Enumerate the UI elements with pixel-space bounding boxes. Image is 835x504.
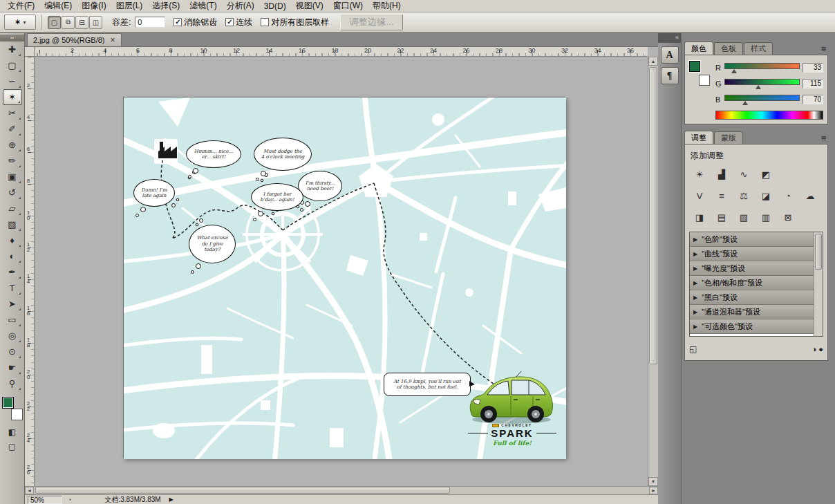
horizontal-scroll-thumb[interactable]: [35, 487, 450, 494]
black-white-button[interactable]: ◪: [757, 189, 775, 203]
close-icon[interactable]: ×: [111, 37, 115, 44]
exposure-button[interactable]: ◩: [757, 167, 775, 182]
adjustments-panel-tab-0[interactable]: 调整: [684, 131, 713, 144]
tolerance-input[interactable]: 0: [135, 17, 165, 28]
zoom-tool[interactable]: ⚲: [3, 375, 22, 391]
adjustments-panel-tab-1[interactable]: 蒙版: [714, 131, 743, 144]
channel-slider-r[interactable]: [724, 62, 800, 73]
pen-tool[interactable]: ✒: [3, 264, 22, 280]
expand-arrow-icon[interactable]: ▶: [693, 236, 697, 243]
menu-item[interactable]: 帮助(H): [368, 0, 406, 12]
expand-arrow-icon[interactable]: ▶: [693, 265, 697, 272]
channel-value-field[interactable]: 33: [803, 63, 823, 73]
character-panel-button[interactable]: A: [661, 46, 679, 64]
color-panel-tab-0[interactable]: 颜色: [684, 41, 713, 55]
paragraph-panel-button[interactable]: ¶: [661, 67, 679, 84]
hand-tool[interactable]: ☛: [3, 360, 22, 375]
lasso-tool[interactable]: ∽: [3, 73, 22, 89]
slider-thumb[interactable]: [742, 101, 748, 105]
background-color-swatch[interactable]: [699, 75, 710, 86]
history-brush-tool[interactable]: ↺: [3, 185, 22, 200]
slider-thumb[interactable]: [756, 85, 761, 89]
dodge-tool[interactable]: ◐: [3, 248, 22, 264]
new-selection-button[interactable]: ▢: [48, 16, 61, 29]
channel-slider-g[interactable]: [724, 78, 800, 89]
preset-item[interactable]: ▶"曝光度"预设: [690, 261, 814, 276]
invert-button[interactable]: ◨: [691, 210, 709, 225]
preset-item[interactable]: ▶"色阶"预设: [690, 232, 814, 247]
channel-value-field[interactable]: 70: [803, 95, 823, 104]
brightness-contrast-button[interactable]: ☀: [691, 167, 709, 182]
color-balance-button[interactable]: ⚖: [735, 189, 753, 203]
selective-color-button[interactable]: ⊠: [779, 210, 797, 225]
gradient-map-button[interactable]: ▥: [757, 210, 775, 225]
3d-orbit-tool[interactable]: ⊙: [3, 344, 22, 360]
preset-item[interactable]: ▶"曲线"预设: [690, 247, 814, 261]
foreground-color-swatch[interactable]: [2, 397, 14, 409]
blur-tool[interactable]: ♦: [3, 232, 22, 248]
menu-item[interactable]: 编辑(E): [39, 0, 77, 12]
photo-filter-button[interactable]: ◔: [779, 189, 797, 203]
scroll-up-icon[interactable]: ▲: [648, 57, 658, 66]
quick-mask-button[interactable]: ◧: [3, 424, 22, 439]
menu-item[interactable]: 分析(A): [222, 0, 259, 12]
threshold-button[interactable]: ▧: [735, 210, 753, 225]
document-tab[interactable]: 2.jpg @ 50%(RGB/8) ×: [27, 33, 122, 46]
scroll-left-icon[interactable]: ◄: [25, 487, 34, 494]
sample-all-layers-checkbox[interactable]: 对所有图层取样: [261, 17, 329, 28]
ruler-corner[interactable]: [25, 47, 35, 57]
horizontal-ruler[interactable]: 24681012141618202224262830323436: [35, 47, 648, 57]
marquee-tool[interactable]: ▢: [3, 57, 22, 73]
gradient-tool[interactable]: ▨: [3, 216, 22, 232]
menu-item[interactable]: 选择(S): [147, 0, 185, 12]
eyedropper-tool[interactable]: ✐: [3, 121, 22, 137]
levels-button[interactable]: ▟: [713, 167, 731, 182]
curves-button[interactable]: ∿: [735, 167, 753, 182]
expand-arrow-icon[interactable]: ▶: [693, 295, 697, 301]
anti-alias-checkbox[interactable]: ✓消除锯齿: [173, 17, 217, 28]
preset-scrollbar[interactable]: [814, 232, 823, 336]
color-panel-tab-1[interactable]: 色板: [714, 42, 743, 55]
healing-brush-tool[interactable]: ⊕: [3, 137, 22, 153]
channel-value-field[interactable]: 115: [803, 79, 823, 88]
menu-item[interactable]: 窗口(W): [328, 0, 368, 12]
3d-rotate-tool[interactable]: ◎: [3, 328, 22, 344]
preset-scroll-thumb[interactable]: [815, 234, 822, 270]
tool-preset-picker[interactable]: ✶ ▾: [4, 15, 36, 30]
preset-item[interactable]: ▶"通道混和器"预设: [690, 305, 814, 319]
menu-item[interactable]: 图层(L): [111, 0, 148, 12]
toolbar-grip[interactable]: ▪▪: [0, 35, 24, 41]
slider-thumb[interactable]: [731, 69, 737, 73]
scroll-down-icon[interactable]: ▼: [648, 477, 658, 486]
zoom-level-field[interactable]: 50%: [28, 496, 62, 504]
move-tool[interactable]: ✚: [3, 41, 22, 57]
color-spectrum-ramp[interactable]: [715, 111, 823, 120]
add-to-selection-button[interactable]: ⧉: [62, 16, 75, 29]
type-tool[interactable]: T: [3, 280, 22, 296]
posterize-button[interactable]: ▤: [713, 210, 731, 225]
vertical-scrollbar[interactable]: ▲ ▼: [648, 57, 658, 486]
menu-item[interactable]: 3D(D): [259, 1, 291, 12]
panel-expand-icon[interactable]: ◱: [689, 344, 697, 354]
expand-arrow-icon[interactable]: ▶: [693, 280, 697, 286]
menu-item[interactable]: 视图(V): [291, 0, 328, 12]
intersect-selection-button[interactable]: ◫: [89, 16, 102, 29]
menu-item[interactable]: 滤镜(T): [185, 0, 221, 12]
horizontal-scrollbar[interactable]: ◄ ►: [25, 486, 658, 494]
expand-arrow-icon[interactable]: ▶: [693, 324, 697, 330]
preset-item[interactable]: ▶"色相/饱和度"预设: [690, 276, 814, 290]
color-panel-tab-2[interactable]: 样式: [744, 42, 773, 55]
brush-tool[interactable]: ✏: [3, 153, 22, 169]
channel-mixer-button[interactable]: ☁: [801, 189, 819, 203]
subtract-from-selection-button[interactable]: ⊟: [75, 16, 88, 29]
crop-tool[interactable]: ✂: [3, 105, 22, 121]
eraser-tool[interactable]: ▱: [3, 200, 22, 216]
scroll-right-icon[interactable]: ►: [649, 487, 658, 494]
canvas-viewport[interactable]: Hmmm... nice... er... skirt!Must dodge t…: [35, 57, 648, 486]
shape-tool[interactable]: ▭: [3, 312, 22, 328]
clone-stamp-tool[interactable]: ▣: [3, 169, 22, 185]
panel-menu-icon[interactable]: ≣: [821, 134, 827, 142]
vertical-ruler[interactable]: 2468101214161820222426: [25, 57, 35, 486]
vibrance-button[interactable]: V: [691, 189, 709, 203]
canvas-image[interactable]: Hmmm... nice... er... skirt!Must dodge t…: [123, 97, 565, 458]
